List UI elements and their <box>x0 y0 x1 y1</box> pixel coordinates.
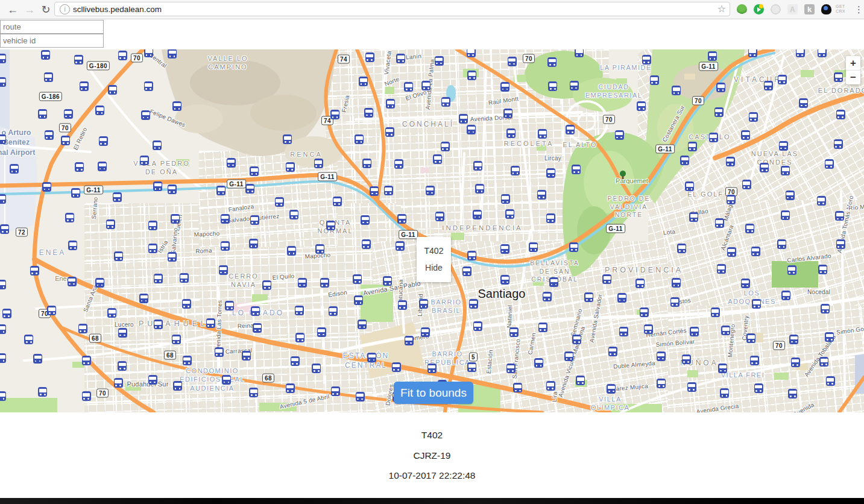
bus-marker[interactable] <box>635 279 645 288</box>
bus-marker[interactable] <box>140 156 149 165</box>
bus-marker[interactable] <box>286 162 295 172</box>
bus-marker[interactable] <box>741 279 750 288</box>
bus-marker[interactable] <box>817 196 826 206</box>
bus-marker[interactable] <box>602 274 611 284</box>
bus-marker[interactable] <box>501 194 510 204</box>
bus-marker[interactable] <box>726 157 735 166</box>
bus-marker[interactable] <box>362 239 371 249</box>
bus-marker[interactable] <box>172 101 181 111</box>
bus-marker[interactable] <box>789 335 798 344</box>
bus-marker[interactable] <box>61 136 70 145</box>
bus-marker[interactable] <box>95 278 104 288</box>
bus-marker[interactable] <box>331 386 340 396</box>
bus-marker[interactable] <box>148 244 157 253</box>
zoom-out-button[interactable]: − <box>846 71 860 84</box>
bus-marker[interactable] <box>168 252 177 262</box>
bus-marker[interactable] <box>426 186 435 195</box>
bus-marker[interactable] <box>250 166 259 176</box>
bus-marker[interactable] <box>98 162 107 171</box>
bus-marker[interactable] <box>75 162 84 172</box>
bus-marker[interactable] <box>82 391 91 401</box>
bus-marker[interactable] <box>786 191 795 200</box>
bus-marker[interactable] <box>0 391 6 401</box>
bus-marker[interactable] <box>754 383 763 393</box>
bus-marker[interactable] <box>295 306 304 315</box>
bus-marker[interactable] <box>836 110 845 119</box>
bus-marker[interactable] <box>74 55 83 65</box>
bus-marker[interactable] <box>672 278 681 288</box>
bus-marker[interactable] <box>473 321 482 331</box>
bus-marker[interactable] <box>529 242 538 252</box>
bus-marker[interactable] <box>711 307 720 317</box>
bus-marker[interactable] <box>791 358 800 367</box>
bus-marker[interactable] <box>435 56 444 66</box>
bus-marker[interactable] <box>361 215 370 225</box>
bus-marker[interactable] <box>153 181 162 191</box>
bus-marker[interactable] <box>182 299 191 309</box>
bus-marker[interactable] <box>249 388 258 397</box>
bus-marker[interactable] <box>394 159 403 169</box>
bus-marker[interactable] <box>538 323 547 332</box>
bus-marker[interactable] <box>503 109 512 118</box>
bus-marker[interactable] <box>467 251 476 260</box>
bus-marker[interactable] <box>564 351 573 361</box>
bus-marker[interactable] <box>106 219 115 229</box>
bus-marker[interactable] <box>708 51 717 61</box>
bus-marker[interactable] <box>183 356 192 365</box>
bus-marker[interactable] <box>718 364 727 373</box>
bus-marker[interactable] <box>242 351 251 361</box>
bus-marker[interactable] <box>727 247 736 257</box>
bus-marker[interactable] <box>0 324 6 334</box>
bus-marker[interactable] <box>575 49 584 57</box>
bus-marker[interactable] <box>317 327 326 337</box>
bus-marker[interactable] <box>215 347 224 357</box>
forward-button[interactable]: → <box>22 2 37 17</box>
bus-marker[interactable] <box>796 49 805 57</box>
bus-marker[interactable] <box>78 324 87 333</box>
bus-marker[interactable] <box>2 309 11 318</box>
bus-marker[interactable] <box>298 278 307 288</box>
extension-icon-1[interactable] <box>737 4 747 14</box>
bus-marker[interactable] <box>251 306 260 316</box>
bus-marker[interactable] <box>473 210 482 219</box>
map[interactable]: VALLE LO CAMPINOCONCHALÍRECOLETAEL ALTOV… <box>0 49 864 412</box>
bus-marker[interactable] <box>779 141 788 151</box>
bus-marker[interactable] <box>826 376 835 386</box>
bus-marker[interactable] <box>467 71 476 80</box>
bus-marker[interactable] <box>818 265 827 274</box>
bus-marker[interactable] <box>370 186 379 196</box>
bus-marker[interactable] <box>64 109 73 119</box>
bus-marker[interactable] <box>45 130 54 140</box>
bus-marker[interactable] <box>746 333 755 343</box>
bus-marker[interactable] <box>642 55 651 65</box>
extension-icon-2[interactable] <box>754 4 764 14</box>
browser-menu-icon[interactable]: ⋮ <box>854 2 863 17</box>
bus-marker[interactable] <box>225 301 234 310</box>
bus-marker[interactable] <box>825 332 834 342</box>
bus-marker[interactable] <box>546 168 555 178</box>
bus-marker[interactable] <box>227 158 236 168</box>
bus-marker[interactable] <box>0 224 9 234</box>
bus-marker[interactable] <box>534 358 543 368</box>
bus-marker[interactable] <box>467 362 476 372</box>
bus-marker[interactable] <box>650 75 659 85</box>
bus-marker[interactable] <box>462 266 471 276</box>
bus-marker[interactable] <box>750 356 759 365</box>
bus-marker[interactable] <box>206 318 215 328</box>
bus-marker[interactable] <box>330 110 339 119</box>
extension-icon-6[interactable] <box>821 4 831 14</box>
bus-marker[interactable] <box>640 307 649 317</box>
bus-marker[interactable] <box>364 108 373 118</box>
bus-marker[interactable] <box>68 277 77 286</box>
bus-marker[interactable] <box>475 184 484 194</box>
bus-marker[interactable] <box>751 247 760 256</box>
bus-marker[interactable] <box>682 354 691 364</box>
bus-marker[interactable] <box>141 110 150 120</box>
bus-marker[interactable] <box>459 114 468 124</box>
bus-marker[interactable] <box>543 292 552 301</box>
bus-marker[interactable] <box>38 387 47 397</box>
bus-marker[interactable] <box>508 57 517 66</box>
bus-marker[interactable] <box>819 357 828 367</box>
bus-marker[interactable] <box>0 77 6 87</box>
bus-marker[interactable] <box>398 300 407 310</box>
